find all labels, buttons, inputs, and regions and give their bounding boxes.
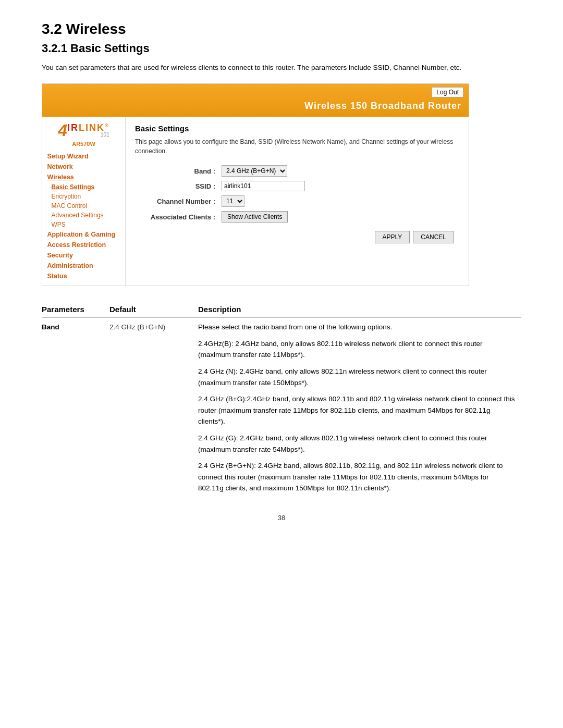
router-ui: Log Out Wireless 150 Broadband Router 4 … <box>42 83 469 286</box>
logo-air: IRLINK® <box>67 123 109 132</box>
router-brand-text: Wireless 150 Broadband Router <box>304 101 461 112</box>
logo-airlink-text: IRLINK® 101 <box>67 123 109 138</box>
form-row-channel: Channel Number : 1 2 3 4 5 6 7 8 9 1 <box>135 193 459 209</box>
desc-band-p1: Please select the radio band from one of… <box>198 322 516 333</box>
desc-band: Please select the radio band from one of… <box>198 317 521 498</box>
router-body: 4 IRLINK® 101 AR570W Setup Wizard Networ… <box>42 117 469 286</box>
channel-select[interactable]: 1 2 3 4 5 6 7 8 9 10 11 12 13 <box>222 195 244 207</box>
logout-button[interactable]: Log Out <box>432 87 463 97</box>
ssid-label: SSID : <box>135 179 218 193</box>
desc-band-p6: 2.4 GHz (B+G+N): 2.4GHz band, allows 802… <box>198 460 516 494</box>
ssid-input-cell <box>218 179 459 193</box>
page-subtitle: 3.2.1 Basic Settings <box>42 42 521 55</box>
desc-band-p5: 2.4 GHz (G): 2.4GHz band, only allows 80… <box>198 433 516 455</box>
band-select[interactable]: 2.4 GHz (B+G+N) 2.4 GHz (B) 2.4 GHz (N) … <box>222 165 287 177</box>
main-content: Basic Settings This page allows you to c… <box>126 117 469 286</box>
default-band: 2.4 GHz (B+G+N) <box>109 317 198 498</box>
sidebar: Setup Wizard Network Wireless Basic Sett… <box>42 147 126 286</box>
sidebar-item-wps[interactable]: WPS <box>42 220 125 229</box>
page-title: 3.2 Wireless <box>42 21 521 38</box>
channel-label: Channel Number : <box>135 193 218 209</box>
logo-101: 101 <box>67 132 109 138</box>
sidebar-item-encryption[interactable]: Encryption <box>42 192 125 201</box>
desc-band-p3: 2.4 GHz (N): 2.4GHz band, only allows 80… <box>198 366 516 388</box>
clients-label: Associated Clients : <box>135 209 218 225</box>
content-section-desc: This page allows you to configure the Ba… <box>135 137 459 156</box>
desc-table-header-row: Parameters Default Description <box>42 302 521 317</box>
sidebar-item-security[interactable]: Security <box>42 250 125 261</box>
content-section-title: Basic Settings <box>135 124 459 133</box>
table-row: Band 2.4 GHz (B+G+N) Please select the r… <box>42 317 521 498</box>
sidebar-item-access-restriction[interactable]: Access Restriction <box>42 240 125 250</box>
model-name: AR570W <box>72 141 95 147</box>
intro-text: You can set parameters that are used for… <box>42 63 521 73</box>
channel-input-cell: 1 2 3 4 5 6 7 8 9 10 11 12 13 <box>218 193 459 209</box>
logo-ink-text: INK <box>85 122 105 133</box>
show-active-clients-button[interactable]: Show Active Clients <box>222 211 288 223</box>
form-row-clients: Associated Clients : Show Active Clients <box>135 209 459 225</box>
sidebar-item-network[interactable]: Network <box>42 162 125 172</box>
airlink-logo: 4 IRLINK® 101 <box>58 122 109 139</box>
logo-reg-icon: ® <box>105 123 109 128</box>
sidebar-item-status[interactable]: Status <box>42 271 125 281</box>
sidebar-item-administration[interactable]: Administration <box>42 261 125 271</box>
logo-section: 4 IRLINK® 101 AR570W Setup Wizard Networ… <box>42 117 126 286</box>
router-header: Log Out Wireless 150 Broadband Router <box>42 84 469 117</box>
form-row-band: Band : 2.4 GHz (B+G+N) 2.4 GHz (B) 2.4 G… <box>135 163 459 179</box>
apply-button[interactable]: APPLY <box>375 231 410 243</box>
sidebar-item-advanced-settings[interactable]: Advanced Settings <box>42 211 125 220</box>
sidebar-item-setup-wizard[interactable]: Setup Wizard <box>42 151 125 162</box>
col-description: Description <box>198 302 521 317</box>
logout-bar: Log Out <box>42 84 469 97</box>
description-table: Parameters Default Description Band 2.4 … <box>42 302 521 498</box>
action-buttons: APPLY CANCEL <box>135 231 459 243</box>
settings-form: Band : 2.4 GHz (B+G+N) 2.4 GHz (B) 2.4 G… <box>135 163 459 225</box>
router-title-bar: Wireless 150 Broadband Router <box>42 97 469 117</box>
logo-ir-text: IR <box>67 122 79 133</box>
sidebar-item-mac-control[interactable]: MAC Control <box>42 201 125 211</box>
sidebar-item-app-gaming[interactable]: Application & Gaming <box>42 229 125 240</box>
form-row-ssid: SSID : <box>135 179 459 193</box>
cancel-button[interactable]: CANCEL <box>413 231 454 243</box>
param-band: Band <box>42 317 109 498</box>
logo-4-icon: 4 <box>58 122 67 139</box>
sidebar-item-basic-settings[interactable]: Basic Settings <box>42 182 125 192</box>
desc-band-p2: 2.4GHz(B): 2.4GHz band, only allows 802.… <box>198 338 516 361</box>
band-label: Band : <box>135 163 218 179</box>
ssid-input[interactable] <box>222 181 305 191</box>
sidebar-item-wireless[interactable]: Wireless <box>42 172 125 182</box>
page-number: 38 <box>42 514 521 522</box>
col-parameters: Parameters <box>42 302 109 317</box>
desc-band-p4: 2.4 GHz (B+G):2.4GHz band, only allows 8… <box>198 393 516 427</box>
clients-input-cell: Show Active Clients <box>218 209 459 225</box>
logo-l-text: L <box>79 122 85 133</box>
band-input-cell: 2.4 GHz (B+G+N) 2.4 GHz (B) 2.4 GHz (N) … <box>218 163 459 179</box>
col-default: Default <box>109 302 198 317</box>
